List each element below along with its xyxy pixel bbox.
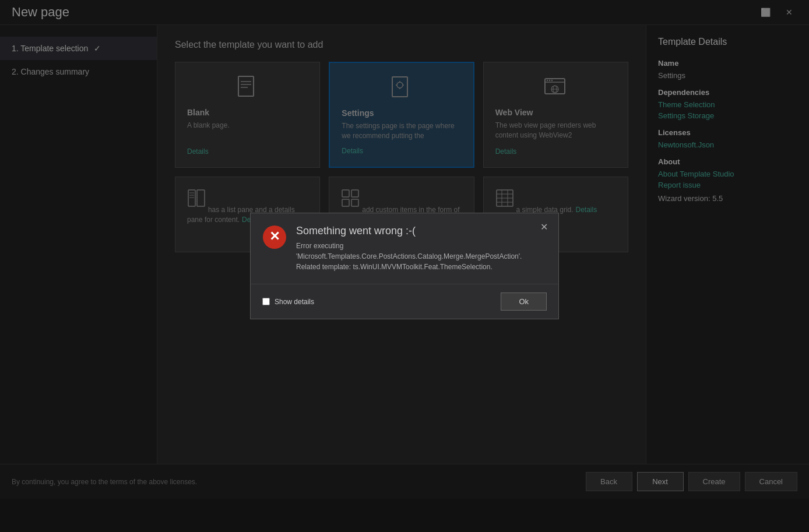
modal-dialog: ✕ ✕ Something went wrong :-( Error execu… [250, 213, 559, 319]
show-details-label[interactable]: Show details [275, 298, 314, 306]
modal-overlay: ✕ ✕ Something went wrong :-( Error execu… [0, 0, 809, 532]
modal-content: Something went wrong :-( Error executing… [296, 225, 547, 272]
modal-header: ✕ Something went wrong :-( Error executi… [251, 213, 558, 278]
svg-text:✕: ✕ [269, 229, 280, 244]
error-icon: ✕ [262, 225, 287, 249]
modal-close-button[interactable]: ✕ [536, 219, 553, 235]
show-details-container: Show details [262, 298, 314, 306]
modal-ok-button[interactable]: Ok [501, 293, 547, 311]
modal-title: Something went wrong :-( [296, 225, 547, 237]
show-details-checkbox[interactable] [262, 298, 270, 305]
modal-footer: Show details Ok [251, 284, 558, 319]
modal-body-text: Error executing 'Microsoft.Templates.Cor… [296, 241, 547, 272]
